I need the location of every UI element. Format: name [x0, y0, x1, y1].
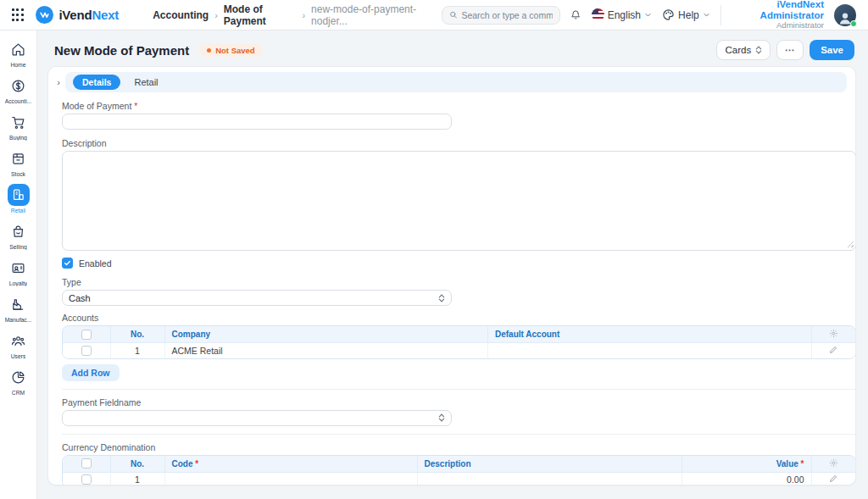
accounts-col-company: Company — [164, 326, 488, 343]
theme-palette-icon — [662, 8, 675, 21]
sidebar-item-crm[interactable]: CRM — [0, 366, 37, 396]
sidebar-item-buying[interactable]: Buying — [0, 111, 37, 141]
grid-settings-gear-icon[interactable] — [829, 329, 838, 338]
sidebar-item-retail[interactable]: Retail — [0, 184, 37, 213]
cards-view-dropdown[interactable]: Cards — [716, 40, 771, 60]
selector-icon — [755, 46, 762, 54]
payment-fieldname-label: Payment Fieldname — [62, 397, 843, 408]
select-all-checkbox[interactable] — [81, 330, 92, 340]
cart-icon — [8, 111, 30, 133]
company-cell[interactable]: ACME Retail — [164, 343, 488, 358]
sidebar-item-loyalty[interactable]: Loyalty — [0, 257, 37, 286]
select-all-checkbox[interactable] — [81, 458, 92, 469]
enabled-label: Enabled — [79, 258, 112, 269]
user-name: iVendNext Administrator — [732, 0, 824, 21]
currency-col-value: Value * — [682, 456, 811, 473]
type-label: Type — [62, 277, 843, 287]
section-divider — [62, 434, 856, 435]
selector-icon — [438, 294, 445, 302]
status-dot-icon — [207, 48, 211, 53]
selector-icon — [438, 413, 445, 422]
user-role: Administrator — [732, 21, 824, 30]
payment-fieldname-select[interactable] — [62, 410, 452, 426]
brand-text: iVendNext — [58, 8, 119, 22]
breadcrumb-separator-icon: › — [302, 10, 305, 20]
search-input[interactable] — [461, 10, 553, 20]
tab-details[interactable]: Details — [73, 75, 120, 90]
grid-settings-gear-icon[interactable] — [829, 458, 838, 468]
logo-icon — [36, 6, 53, 24]
sidebar-item-accounting[interactable]: Accounti... — [0, 75, 37, 104]
currency-col-description: Description — [417, 456, 682, 473]
users-group-icon — [8, 330, 30, 352]
breadcrumb-accounting[interactable]: Accounting — [153, 9, 209, 21]
table-row: 1 0.00 — [63, 472, 855, 485]
accounts-col-no: No. — [110, 326, 164, 343]
currency-header-row: No. Code * Description Value * — [63, 456, 855, 473]
accounts-label: Accounts — [62, 313, 843, 323]
sidebar-item-stock[interactable]: Stock — [0, 147, 37, 177]
notifications-bell-icon[interactable] — [570, 8, 581, 21]
code-cell[interactable] — [164, 472, 417, 485]
description-cell[interactable] — [417, 472, 682, 485]
accounts-header-row: No. Company Default Account — [63, 326, 855, 343]
save-button[interactable]: Save — [810, 40, 854, 60]
default-account-cell[interactable] — [488, 343, 812, 358]
global-search[interactable] — [442, 6, 561, 25]
user-menu[interactable]: iVendNext Administrator Administrator — [732, 0, 824, 30]
brand-logo[interactable]: iVendNext — [36, 6, 119, 24]
more-options-button[interactable]: ⋯ — [776, 40, 804, 60]
help-label: Help — [678, 9, 699, 21]
table-row: 1 ACME Retail — [63, 343, 855, 358]
currency-denomination-label: Currency Denomination — [62, 442, 843, 452]
panel-collapse-chevron-icon[interactable]: › — [52, 77, 65, 87]
breadcrumb: Accounting › Mode of Payment › new-mode-… — [153, 3, 433, 27]
topbar: iVendNext Accounting › Mode of Payment ›… — [0, 0, 868, 30]
home-icon — [8, 38, 30, 60]
enabled-checkbox[interactable] — [62, 258, 73, 269]
chevron-down-icon — [703, 11, 710, 19]
breadcrumb-separator-icon: › — [214, 10, 218, 20]
accounts-add-row-button[interactable]: Add Row — [62, 364, 120, 381]
user-avatar[interactable] — [834, 4, 856, 26]
online-status-dot — [850, 20, 857, 27]
sidebar-item-users[interactable]: Users — [0, 330, 37, 359]
row-checkbox[interactable] — [81, 474, 92, 485]
breadcrumb-mode-of-payment[interactable]: Mode of Payment — [224, 3, 297, 27]
module-sidebar: Home Accounti... Buying Stock Retail — [0, 30, 37, 499]
help-menu[interactable]: Help — [662, 8, 710, 21]
tab-retail[interactable]: Retail — [134, 77, 158, 87]
sidebar-item-manufacturing[interactable]: Manufac... — [0, 293, 37, 323]
description-textarea[interactable] — [62, 151, 856, 251]
box-icon — [8, 147, 30, 169]
accounts-table: No. Company Default Account 1 ACME Retai… — [62, 325, 856, 359]
enabled-field: Enabled — [62, 258, 843, 269]
row-edit-pencil-icon[interactable] — [829, 474, 837, 483]
value-cell[interactable]: 0.00 — [682, 472, 811, 485]
sidebar-item-selling[interactable]: Selling — [0, 220, 37, 250]
currency-denomination-table: No. Code * Description Value * 1 — [62, 455, 856, 486]
row-number: 1 — [110, 472, 164, 485]
language-selector[interactable]: English — [592, 8, 652, 21]
us-flag-icon — [592, 8, 604, 21]
search-icon — [449, 10, 458, 19]
factory-icon — [8, 293, 30, 315]
shopping-bag-icon — [8, 220, 30, 242]
type-select[interactable]: Cash — [62, 290, 452, 306]
currency-col-code: Code * — [164, 456, 417, 473]
row-checkbox[interactable] — [81, 346, 92, 356]
accounting-icon — [8, 75, 30, 97]
mode-of-payment-label: Mode of Payment * — [62, 101, 843, 111]
mode-of-payment-input[interactable] — [62, 114, 452, 130]
apps-grid-icon[interactable] — [12, 8, 24, 22]
language-label: English — [608, 9, 641, 21]
section-divider — [62, 389, 856, 390]
sidebar-item-home[interactable]: Home — [0, 38, 37, 68]
pos-terminal-icon — [8, 184, 30, 206]
chevron-down-icon — [644, 11, 652, 19]
row-number: 1 — [110, 343, 164, 358]
loyalty-card-icon — [8, 257, 30, 279]
status-badge: Not Saved — [199, 44, 262, 57]
row-edit-pencil-icon[interactable] — [829, 346, 837, 354]
description-label: Description — [62, 138, 843, 148]
